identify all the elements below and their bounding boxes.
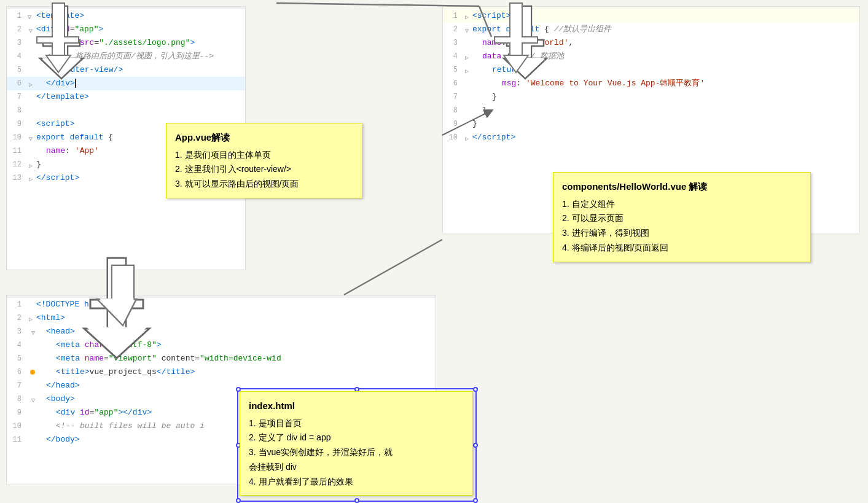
- hs-line-9: 9 }: [443, 117, 859, 131]
- hs-line-1: 1 ▷ <script>: [443, 9, 859, 23]
- hs-line-6: 6 msg: 'Welcome to Your Vue.js App-韩顺平教育…: [443, 77, 859, 90]
- annotation-index-html-title: index.html: [249, 398, 464, 414]
- handle-bc[interactable]: [354, 498, 359, 503]
- svg-rect-4: [112, 265, 134, 299]
- handle-tr[interactable]: [473, 387, 478, 392]
- annotation-hw-item3: 3. 进行编译，得到视图: [562, 226, 802, 241]
- hs-line-8: 8 }: [443, 104, 859, 117]
- annotation-app-vue-item3: 3. 就可以显示路由后的视图/页面: [175, 177, 353, 192]
- handle-mr[interactable]: [473, 443, 478, 448]
- annotation-ih-item3: 3. 当vue实例创建好，并渲染好后，就: [249, 445, 464, 460]
- hs-line-4: 4 ▷ data () {// 数据池: [443, 50, 859, 63]
- code-line-7: 7 </template>: [7, 90, 245, 104]
- ih-line-2: 2 ▷ <html>: [7, 311, 436, 325]
- annotation-hello-world: components/HelloWorld.vue 解读 1. 自定义组件 2.…: [553, 172, 811, 262]
- code-line-6: 6 ▷ </div>: [7, 77, 245, 90]
- hs-line-2: 2 ▽ export default { //默认导出组件: [443, 23, 859, 36]
- svg-line-8: [344, 240, 442, 295]
- annotation-ih-item3b: 会挂载到 div: [249, 460, 464, 475]
- code-line-5: 5 <router-view/>: [7, 63, 245, 77]
- ih-line-4: 4 <meta charset="utf-8">: [7, 338, 436, 352]
- annotation-ih-item4: 4. 用户就看到了最后的效果: [249, 475, 464, 489]
- ih-line-1: 1 <!DOCTYPE html>: [7, 298, 436, 311]
- annotation-hw-item1: 1. 自定义组件: [562, 197, 802, 212]
- annotation-index-html: index.html 1. 是项目首页 2. 定义了 div id = app …: [240, 391, 473, 496]
- hs-line-5: 5 ▷ return {: [443, 63, 859, 77]
- hs-line-10: 10 ▷ </script>: [443, 131, 859, 144]
- annotation-hw-item2: 2. 可以显示页面: [562, 211, 802, 226]
- annotation-app-vue-item2: 2. 这里我们引入<router-view/>: [175, 162, 353, 177]
- ih-line-6: 6 <title>vue_project_qs</title>: [7, 365, 436, 379]
- code-line-8: 8: [7, 104, 245, 117]
- ih-line-7: 7 </head>: [7, 379, 436, 392]
- annotation-hello-world-title: components/HelloWorld.vue 解读: [562, 179, 802, 195]
- code-line-3: 3 <img src="./assets/logo.png">: [7, 36, 245, 50]
- annotation-app-vue-title: App.vue解读: [175, 130, 353, 146]
- annotation-app-vue-item1: 1. 是我们项目的主体单页: [175, 148, 353, 163]
- hs-line-7: 7 }: [443, 90, 859, 104]
- annotation-ih-item1: 1. 是项目首页: [249, 416, 464, 431]
- handle-bl[interactable]: [236, 498, 241, 503]
- hs-line-3: 3 name: 'HelloWorld',: [443, 36, 859, 50]
- ih-line-3: 3 ▽ <head>: [7, 325, 436, 338]
- code-line-4: 4 <!-- 将路由后的页面/视图，引入到这里-->: [7, 50, 245, 63]
- ih-line-5: 5 <meta name="viewport" content="width=d…: [7, 352, 436, 365]
- code-line-1: 1 ▽ <template>: [7, 9, 245, 23]
- handle-br[interactable]: [473, 498, 478, 503]
- annotation-ih-item2: 2. 定义了 div id = app: [249, 431, 464, 445]
- annotation-hw-item4: 4. 将编译后的视图/页面返回: [562, 241, 802, 255]
- svg-rect-7: [112, 266, 133, 298]
- code-line-2: 2 ▽ <div id="app">: [7, 23, 245, 36]
- annotation-app-vue: App.vue解读 1. 是我们项目的主体单页 2. 这里我们引入<router…: [166, 123, 362, 198]
